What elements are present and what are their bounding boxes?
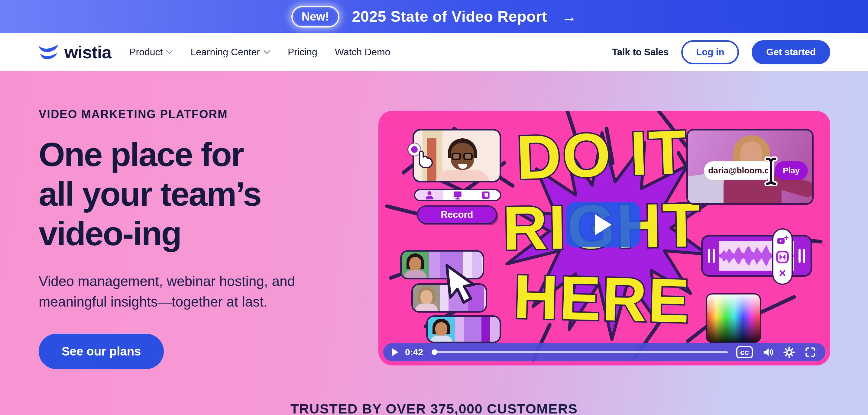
video-play-button[interactable] xyxy=(566,202,641,247)
share-chip-row: daria@bloom.c Play xyxy=(704,161,808,180)
big-text-line: HERE xyxy=(474,261,730,337)
presenter-glasses xyxy=(452,153,473,160)
captions-button[interactable]: cc xyxy=(736,346,753,358)
hand-cursor-icon xyxy=(412,150,433,169)
monitor-icon xyxy=(452,190,463,200)
trusted-banner: TRUSTED BY OVER 375,000 CUSTOMERS xyxy=(0,401,868,415)
hero-subtitle: Video management, webinar hosting, and m… xyxy=(39,271,323,312)
speaker-thumbnail xyxy=(428,317,455,342)
color-picker[interactable] xyxy=(706,293,761,343)
talk-to-sales-link[interactable]: Talk to Sales xyxy=(612,47,669,58)
camera-source-option[interactable] xyxy=(415,190,443,200)
see-plans-button[interactable]: See our plans xyxy=(39,334,164,369)
nav-item-watch-demo[interactable]: Watch Demo xyxy=(335,46,391,58)
hero-section: VIDEO MARKETING PLATFORM One place for a… xyxy=(0,71,868,415)
close-icon[interactable]: × xyxy=(779,268,786,278)
hero-heading-line: video-ing xyxy=(39,214,344,253)
get-started-button[interactable]: Get started xyxy=(752,40,830,64)
volume-icon[interactable] xyxy=(762,346,774,358)
logo-text: wistia xyxy=(64,42,111,62)
time-display: 0:42 xyxy=(405,347,423,357)
settings-gear-icon[interactable] xyxy=(783,346,795,358)
cursor-arrow-icon xyxy=(444,262,477,310)
hero-heading-line: One place for xyxy=(39,135,344,174)
promo-banner[interactable]: New! 2025 State of Video Report → xyxy=(0,0,868,33)
progress-bar[interactable] xyxy=(432,351,728,353)
trim-handle-right[interactable] xyxy=(797,249,807,263)
hero-video-player[interactable]: DO IT RIGHT HERE Record xyxy=(378,111,830,365)
speaker-thumbnail xyxy=(402,252,429,278)
text-cursor-icon xyxy=(763,156,779,186)
hero-heading-line: all your team’s xyxy=(39,174,344,214)
speaker-thumbnail xyxy=(413,285,440,311)
hero-eyebrow: VIDEO MARKETING PLATFORM xyxy=(39,108,344,121)
play-icon[interactable] xyxy=(392,348,398,356)
nav-links: Product Learning Center Pricing Watch De… xyxy=(129,46,390,58)
new-badge: New! xyxy=(291,6,339,28)
window-icon xyxy=(480,190,491,200)
speaker-track-row[interactable] xyxy=(426,315,501,343)
screen-source-option[interactable] xyxy=(443,190,471,200)
person-icon xyxy=(424,190,435,200)
hero-heading: One place for all your team’s video-ing xyxy=(39,135,344,253)
track-segments xyxy=(455,317,500,342)
chevron-down-icon xyxy=(264,50,270,54)
banner-title[interactable]: 2025 State of Video Report xyxy=(352,8,547,25)
audio-clip-bar[interactable] xyxy=(701,235,812,277)
playhead[interactable] xyxy=(432,349,437,355)
fullscreen-icon[interactable] xyxy=(804,346,816,358)
trim-handle-left[interactable] xyxy=(706,249,717,263)
window-source-option[interactable] xyxy=(472,190,500,200)
nav-item-product[interactable]: Product xyxy=(129,46,173,58)
nav-item-learning-center[interactable]: Learning Center xyxy=(190,46,270,58)
chip-play-button[interactable]: Play xyxy=(775,161,808,180)
player-control-bar: 0:42 cc xyxy=(383,343,826,361)
guest-video-card: daria@bloom.c Play xyxy=(686,129,814,205)
chevron-down-icon xyxy=(166,50,173,54)
login-button[interactable]: Log in xyxy=(681,40,739,64)
play-icon xyxy=(595,214,612,235)
presenter-shoulders xyxy=(435,170,490,183)
wistia-swoosh-icon xyxy=(38,44,61,61)
arrow-right-icon: → xyxy=(562,8,577,25)
record-source-toolbar xyxy=(414,189,501,201)
main-nav: wistia Product Learning Center Pricing W… xyxy=(0,33,868,71)
record-button[interactable]: Record xyxy=(417,205,497,224)
wistia-logo[interactable]: wistia xyxy=(38,42,111,62)
transition-icon[interactable] xyxy=(776,250,789,264)
clip-tools-panel: × xyxy=(772,228,793,285)
add-video-icon[interactable] xyxy=(776,235,788,246)
nav-item-pricing[interactable]: Pricing xyxy=(288,46,317,58)
